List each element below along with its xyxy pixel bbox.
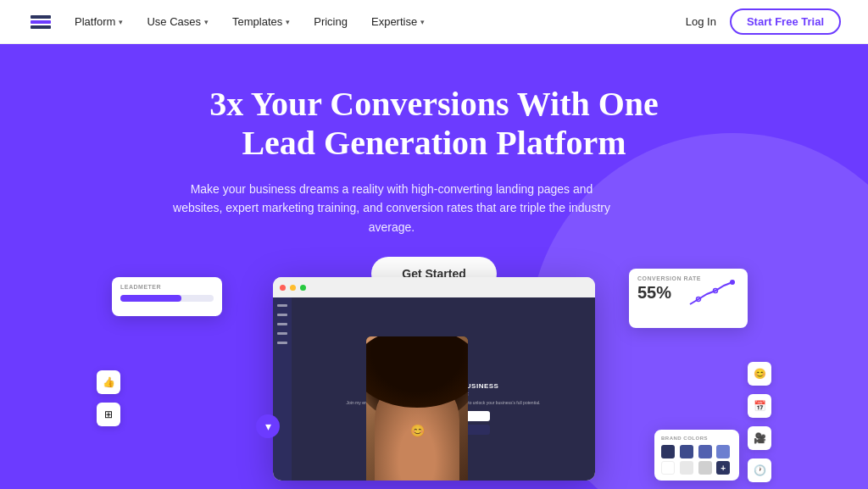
preview-area: LEADMETER (86, 252, 782, 489)
person-photo: 😊 (366, 336, 468, 481)
color-swatch (661, 445, 675, 458)
emoji-icon: 😊 (748, 362, 771, 386)
hero-section: 3x Your Conversions With One Lead Genera… (0, 44, 868, 489)
color-swatch (661, 461, 675, 475)
side-icons: 😊 📅 🎥 🕐 (748, 362, 771, 482)
minimize-dot (290, 285, 296, 291)
svg-point-3 (730, 280, 735, 285)
sidebar-icon (277, 304, 287, 307)
maximize-dot (300, 285, 306, 291)
sidebar-icon (277, 332, 287, 335)
nav-platform[interactable]: Platform ▾ (75, 15, 123, 28)
sidebar-icon (277, 342, 287, 344)
grid-icon: ⊞ (97, 403, 120, 426)
chevron-down-icon: ▾ (420, 18, 425, 26)
leadmeter-widget: LEADMETER (112, 277, 222, 316)
leadmeter-bar-bg (120, 295, 214, 302)
start-free-trial-button[interactable]: Start Free Trial (730, 8, 841, 35)
nav-expertise[interactable]: Expertise ▾ (371, 15, 425, 28)
filter-badge: ▾ (256, 414, 280, 438)
conversion-chart (688, 279, 739, 308)
close-dot (280, 285, 286, 291)
mockup-sidebar (273, 297, 292, 481)
calendar-icon: 📅 (748, 394, 771, 418)
brand-colors-widget: BRAND COLORS + (654, 430, 739, 481)
color-swatch (680, 445, 693, 458)
video-icon: 🎥 (748, 426, 771, 450)
svg-rect-1 (31, 20, 51, 24)
hero-subtitle: Make your business dreams a reality with… (171, 180, 612, 236)
add-color-swatch[interactable]: + (716, 461, 730, 475)
color-swatch (680, 461, 693, 475)
logo[interactable] (27, 10, 54, 34)
nav-right: Log In Start Free Trial (686, 8, 841, 35)
sidebar-icon (277, 314, 287, 316)
nav-links: Platform ▾ Use Cases ▾ Templates ▾ Prici… (75, 15, 425, 28)
login-link[interactable]: Log In (686, 15, 716, 28)
nav-left: Platform ▾ Use Cases ▾ Templates ▾ Prici… (27, 10, 425, 34)
svg-rect-0 (31, 25, 51, 29)
leadmeter-bar (120, 295, 181, 302)
chevron-down-icon: ▾ (204, 18, 209, 26)
nav-use-cases[interactable]: Use Cases ▾ (147, 15, 209, 28)
color-swatch (698, 445, 712, 458)
sidebar-icon (277, 323, 287, 325)
hero-title: 3x Your Conversions With One Lead Genera… (171, 85, 697, 163)
conversion-rate-widget: CONVERSION RATE 55% (629, 269, 748, 328)
logo-icon (27, 10, 54, 34)
chevron-down-icon: ▾ (119, 18, 123, 26)
photo-face: 😊 (366, 336, 468, 481)
chevron-down-icon: ▾ (286, 18, 290, 26)
brand-colors-label: BRAND COLORS (661, 436, 732, 441)
color-swatch (716, 445, 730, 458)
brand-colors-grid: + (661, 445, 732, 475)
mockup-topbar (273, 277, 595, 297)
nav-templates[interactable]: Templates ▾ (232, 15, 290, 28)
leadmeter-label: LEADMETER (120, 284, 214, 290)
navbar: Platform ▾ Use Cases ▾ Templates ▾ Prici… (0, 0, 868, 44)
nav-pricing[interactable]: Pricing (314, 15, 348, 28)
clock-icon: 🕐 (748, 458, 771, 482)
left-icons: 👍 ⊞ (97, 370, 120, 426)
mockup-window: BOSS girl TRANSFORM YOUR BUSINESS with E… (273, 277, 595, 481)
color-swatch (698, 461, 712, 475)
thumbs-up-icon: 👍 (97, 370, 120, 394)
svg-rect-2 (31, 15, 51, 19)
